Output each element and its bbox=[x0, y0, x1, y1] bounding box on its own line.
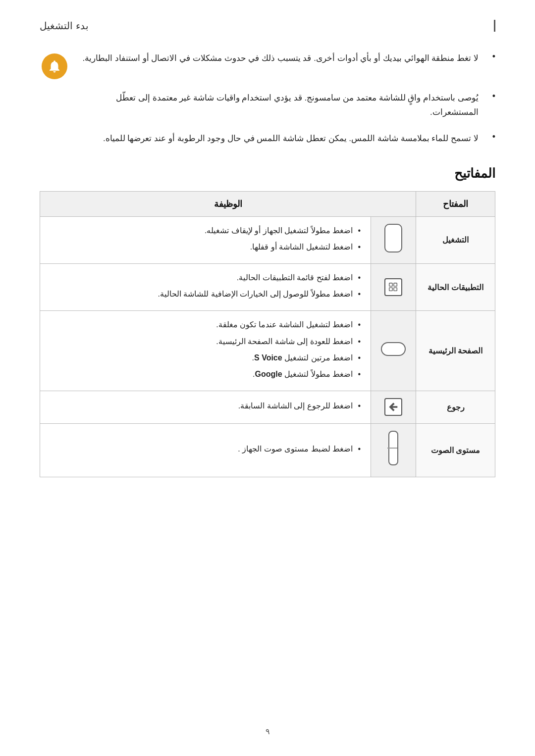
back-key-shape bbox=[384, 398, 402, 416]
table-row-home: الصفحة الرئيسية اضغط لتشغيل الشاشة عندما… bbox=[40, 311, 495, 391]
table-row-power: التشغيل اضغط مطولاً لتشغيل الجهاز أو لإي… bbox=[40, 216, 495, 263]
col-header-key: المفتاح bbox=[416, 191, 495, 216]
page-container: بدء التشغيل • لا تغط منطقة الهوائي بيديك… bbox=[0, 0, 535, 756]
keys-table: المفتاح الوظيفة التشغيل اضغط مطولاً لتشغ… bbox=[40, 191, 495, 477]
recents-icon-svg bbox=[388, 282, 399, 293]
bullet-dot-3: • bbox=[492, 132, 495, 142]
page-number: ٩ bbox=[266, 727, 270, 736]
key-functions-recents: اضغط لفتح قائمة التطبيقات الحالية. اضغط … bbox=[40, 264, 371, 311]
volume-key-notch bbox=[387, 448, 397, 449]
notification-icon bbox=[42, 53, 67, 79]
key-functions-home: اضغط لتشغيل الشاشة عندما تكون مغلقة. اضغ… bbox=[40, 311, 371, 391]
svg-rect-2 bbox=[394, 283, 397, 286]
key-name-power: التشغيل bbox=[416, 216, 495, 263]
volume-key-shape bbox=[388, 431, 398, 465]
back-arrow-icon bbox=[388, 402, 399, 412]
table-row-volume: مستوى الصوت اضغط لضبط مستوى صوت الجهاز . bbox=[40, 424, 495, 477]
key-functions-volume: اضغط لضبط مستوى صوت الجهاز . bbox=[40, 424, 371, 477]
header-bar: بدء التشغيل bbox=[40, 20, 495, 32]
key-name-home: الصفحة الرئيسية bbox=[416, 311, 495, 391]
power-key-shape bbox=[384, 224, 402, 252]
key-icon-back bbox=[371, 391, 416, 424]
key-icon-recents bbox=[371, 264, 416, 311]
bullet-dot-1: • bbox=[492, 51, 495, 62]
bullet-item-1: • لا تغط منطقة الهوائي بيديك أو بأي أدوا… bbox=[40, 51, 495, 79]
volume-key-body bbox=[388, 431, 398, 465]
bullet-icon-area-1 bbox=[40, 51, 69, 79]
key-icon-power bbox=[371, 216, 416, 263]
list-item: اضغط مطولاً لتشغيل الجهاز أو لإيقاف تشغي… bbox=[50, 224, 361, 237]
list-item: اضغط مرتين لتشغيل S Voice. bbox=[50, 351, 361, 364]
key-icon-volume bbox=[371, 424, 416, 477]
bullet-text-3: لا تسمح للماء بملامسة شاشة اللمس. يمكن ت… bbox=[79, 132, 479, 146]
svoice-label: S Voice bbox=[254, 353, 282, 362]
svg-rect-3 bbox=[394, 288, 397, 291]
list-item: اضغط مطولاً للوصول إلى الخيارات الإضافية… bbox=[50, 287, 361, 301]
key-name-back: رجوع bbox=[416, 391, 495, 424]
list-item: اضغط للرجوع إلى الشاشة السابقة. bbox=[50, 399, 361, 412]
list-item: اضغط لتشغيل الشاشة عندما تكون مغلقة. bbox=[50, 318, 361, 331]
page-title: بدء التشغيل bbox=[40, 20, 89, 32]
key-functions-back: اضغط للرجوع إلى الشاشة السابقة. bbox=[40, 391, 371, 424]
bullet-item-3: • لا تسمح للماء بملامسة شاشة اللمس. يمكن… bbox=[40, 132, 495, 146]
keys-section-title: المفاتيح bbox=[40, 166, 495, 181]
home-key-shape bbox=[381, 342, 406, 356]
key-functions-power: اضغط مطولاً لتشغيل الجهاز أو لإيقاف تشغي… bbox=[40, 216, 371, 263]
table-row-recents: التطبيقات الحالية اضغط لفتح قائمة التطبي… bbox=[40, 264, 495, 311]
key-icon-home bbox=[371, 311, 416, 391]
list-item: اضغط مطولاً لتشغيل Google. bbox=[50, 367, 361, 381]
bullet-section: • لا تغط منطقة الهوائي بيديك أو بأي أدوا… bbox=[40, 51, 495, 146]
col-header-function: الوظيفة bbox=[40, 191, 416, 216]
bullet-dot-2: • bbox=[492, 91, 495, 101]
bullet-item-2: • يُوصى باستخدام واقٍ للشاشة معتمد من سا… bbox=[40, 91, 495, 120]
bell-icon bbox=[47, 59, 62, 74]
list-item: اضغط لتشغيل الشاشة أو قفلها. bbox=[50, 240, 361, 253]
key-name-volume: مستوى الصوت bbox=[416, 424, 495, 477]
key-name-recents: التطبيقات الحالية bbox=[416, 264, 495, 311]
svg-rect-0 bbox=[389, 283, 392, 286]
table-row-back: رجوع اضغط للرجوع إلى الشاشة السابقة. bbox=[40, 391, 495, 424]
bullet-text-2: يُوصى باستخدام واقٍ للشاشة معتمد من سامس… bbox=[79, 91, 479, 120]
svg-rect-1 bbox=[389, 288, 392, 291]
list-item: اضغط لضبط مستوى صوت الجهاز . bbox=[50, 442, 361, 455]
bullet-text-1: لا تغط منطقة الهوائي بيديك أو بأي أدوات … bbox=[79, 51, 479, 66]
list-item: اضغط للعودة إلى شاشة الصفحة الرئيسية. bbox=[50, 335, 361, 348]
list-item: اضغط لفتح قائمة التطبيقات الحالية. bbox=[50, 271, 361, 284]
recents-key-shape bbox=[384, 278, 402, 296]
google-label: Google bbox=[255, 370, 282, 378]
